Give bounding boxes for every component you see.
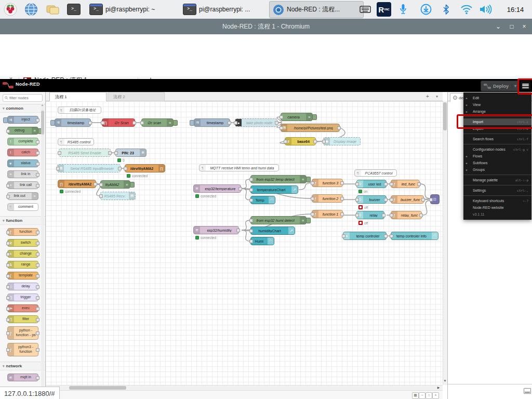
inject-button[interactable] [3,117,8,123]
palette-node-switch[interactable]: ≷switch [7,239,38,247]
palette-node-link in[interactable]: »link in [7,170,38,178]
debug-toggle-button[interactable] [173,120,178,126]
flow-tab-流程 1[interactable]: 流程 1 [49,92,107,101]
flow-node-RS485 Recv:[interactable]: RS485 Recv:▤ [100,192,136,200]
debug-toggle-button[interactable] [312,114,317,120]
flow-node-Display image[interactable]: ◉Display image [323,137,361,145]
flow-tab-流程 2[interactable]: 流程 2 [108,92,165,101]
inject-button[interactable] [190,120,194,126]
scroll-right-icon[interactable]: ▶ [435,385,442,390]
input-port[interactable] [280,115,283,119]
main-menu-button[interactable] [521,81,530,90]
flow-node-temp controler[interactable]: ≡temp controler [343,232,387,240]
flow-node-temp controler info[interactable]: temp controler info◠ [391,232,438,240]
add-flow-button[interactable]: + [424,93,431,100]
input-port[interactable] [280,126,283,130]
zoom-out-button[interactable]: − [419,392,425,399]
flow-node-temperatureChart[interactable]: temperatureChart↗ [250,185,298,194]
palette-node-link call[interactable]: »link call [7,181,38,189]
input-port[interactable] [249,240,253,243]
menu-item-manage-palette[interactable]: Manage palettealt-⇧-p [463,177,531,183]
input-port[interactable] [311,197,314,201]
wifi-tray-icon[interactable] [458,0,475,19]
palette-node-template[interactable]: {template [7,272,38,280]
canvas-vscrollbar-thumb[interactable] [443,102,447,130]
palette-node-debug[interactable]: debug≡ [7,127,38,135]
palette-filter[interactable] [3,94,43,102]
flow-node-timestamp[interactable]: ⇉timestamp [55,118,91,127]
input-port[interactable] [58,151,61,155]
palette-scrollbar[interactable] [41,103,44,394]
output-port[interactable] [94,182,97,186]
output-port[interactable] [421,198,425,202]
flow-node-relay_func[interactable]: ƒrelay_func [391,211,422,219]
input-port[interactable] [249,178,253,181]
flow-node-buzzer_func[interactable]: ƒbuzzer_func [391,195,424,204]
comment-node[interactable]: ¶扫描i2c设备地址 [58,107,101,114]
flow-node-user led[interactable]: ⊙user ledon [356,180,387,188]
microphone-tray-icon[interactable] [396,0,410,19]
menu-item-settings[interactable]: Settingsctrl-, [463,187,531,194]
flow-node-humidityChart[interactable]: humidityChart↗ [250,227,295,235]
palette-node-comment[interactable]: ¶comment [7,203,38,211]
palette-node-filter[interactable]: ∏filter [7,315,38,323]
input-port[interactable] [249,219,253,222]
output-port[interactable] [384,182,388,186]
flow-node-base64[interactable]: #base64 [285,137,316,145]
flow-node-timestamp[interactable]: ⇉timestamp [194,118,230,127]
output-port[interactable] [238,187,242,191]
menu-item-search-flows[interactable]: Search flowsctrl-f [463,136,531,142]
terminal-launcher-icon[interactable]: >_ [65,2,82,17]
flow-node-take photo node[interactable]: ●take photo node [235,118,277,127]
flow-node-buzzer[interactable]: ⊙buzzeroff [356,195,387,204]
output-port[interactable] [88,121,92,125]
input-port[interactable] [124,167,127,170]
taskbar-task[interactable]: >_pi@raspberrypi: ... [180,1,274,17]
input-port[interactable] [311,212,314,216]
keyboard-tray-icon[interactable] [357,0,373,19]
flow-node-i2c scan[interactable]: i2c scan≡ [141,118,174,127]
zoom-in-button[interactable]: + [432,392,439,399]
comment-node[interactable]: ¶RS485 control [58,138,94,145]
flow-canvas[interactable]: ¶扫描i2c设备地址¶RS485 control¶MQTT receive HM… [46,101,443,385]
flow-node-function 3[interactable]: ƒfunction 3 [312,179,343,187]
menu-item-import[interactable]: Importctrl-i [463,118,531,125]
palette-node-range[interactable]: ⇅range [7,261,38,269]
flow-node-function 2[interactable]: ƒfunction 2 [312,194,343,203]
menu-item-edit[interactable]: ◂Edit [463,95,531,101]
volume-tray-icon[interactable] [477,0,495,19]
menu-item-node-red-website[interactable]: Node-RED website [463,204,531,211]
flow-node-Humi[interactable]: Humi◠ [250,237,274,245]
palette-category-network[interactable]: ▾network [0,362,45,370]
minimize-button[interactable]: ⌄ [491,19,505,34]
output-port[interactable] [108,151,112,155]
output-port[interactable] [382,214,385,217]
output-port[interactable] [337,126,341,130]
deploy-button[interactable]: Deploy ▾ [481,81,519,91]
output-port[interactable] [417,182,421,186]
flow-list-button[interactable]: ▾ [433,93,441,100]
flow-node-relay[interactable]: ⊙relayoff [356,211,384,219]
palette-node-exec[interactable]: ≫exec [7,304,38,312]
comment-node[interactable]: ¶PCA9557 control [354,169,397,177]
close-button[interactable]: × [517,19,531,34]
grid-toggle-button[interactable]: ▦ [412,392,419,399]
palette-node-status[interactable]: ∗status [7,159,38,167]
palette-node-function[interactable]: ƒfunction [7,228,38,236]
input-port[interactable] [249,229,253,233]
flow-node-I2c Scan[interactable]: ∏I2c Scan [102,118,135,127]
taskbar-task[interactable]: >_pi@raspberrypi: ~ [86,1,184,17]
palette-scroll-up-icon[interactable]: ▲ [41,103,44,107]
palette-node-complete[interactable]: !complete [7,138,38,145]
palette-node-delay[interactable]: ○delay [7,283,38,290]
menu-item-flows[interactable]: ◂Flows [463,153,531,159]
menu-item-subflows[interactable]: ◂Subflows [463,159,531,166]
scroll-down-icon[interactable]: ▼ [443,377,447,384]
taskbar-task[interactable]: Node-RED : 流程... [269,1,364,18]
input-port[interactable] [311,181,314,185]
input-port[interactable] [99,183,103,187]
flow-node-function 1[interactable]: ƒfunction 1 [312,210,343,218]
input-port[interactable] [390,182,393,186]
menu-item-groups[interactable]: ◂Groups [463,166,531,173]
menu-item-keyboard-shortcuts[interactable]: Keyboard shortcuts⇧-? [463,197,531,204]
